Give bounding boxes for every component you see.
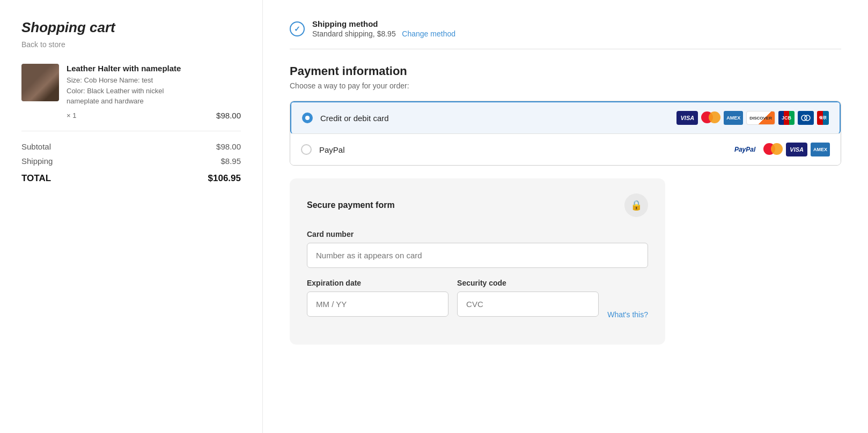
whats-this-link[interactable]: What's this? (607, 310, 648, 327)
payment-option-credit-debit[interactable]: Credit or debit card VISA AMEX DISCOVER (290, 101, 841, 134)
shipping-method-detail: Standard shipping, $8.95 Change method (312, 29, 455, 38)
payment-option-paypal[interactable]: PayPal PayPal VISA AMEX (290, 134, 841, 165)
expiry-label: Expiration date (307, 279, 448, 287)
back-to-store-link[interactable]: Back to store (21, 40, 241, 49)
shipping-method-bar: ✓ Shipping method Standard shipping, $8.… (290, 19, 841, 49)
payment-option-credit-label: Credit or debit card (320, 114, 676, 123)
radio-paypal (301, 144, 312, 155)
shipping-row: Shipping $8.95 (21, 156, 241, 166)
secure-payment-form: Secure payment form 🔒 Card number Expira… (290, 178, 665, 345)
totals: Subtotal $98.00 Shipping $8.95 TOTAL $10… (21, 142, 241, 184)
cart-title: Shopping cart (21, 19, 241, 36)
paypal-amex-logo: AMEX (811, 143, 830, 156)
payment-title: Payment information (290, 64, 841, 78)
discover-logo: DISCOVER (746, 111, 775, 125)
total-label: TOTAL (21, 173, 51, 184)
jcb-logo: JCB (778, 111, 795, 125)
product-price: $98.00 (216, 111, 241, 120)
cvc-input[interactable] (457, 292, 599, 317)
card-number-label: Card number (307, 230, 648, 238)
right-panel: ✓ Shipping method Standard shipping, $8.… (263, 0, 868, 433)
paypal-mc-logo (763, 143, 783, 156)
card-logos-paypal: PayPal VISA AMEX (732, 143, 830, 156)
amex-logo: AMEX (724, 111, 743, 125)
subtotal-row: Subtotal $98.00 (21, 142, 241, 151)
product-name: Leather Halter with nameplate (67, 64, 241, 73)
payment-section: Payment information Choose a way to pay … (290, 64, 841, 345)
expiry-input[interactable] (307, 292, 448, 317)
card-number-input[interactable] (307, 243, 648, 268)
total-value: $106.95 (208, 173, 241, 184)
shipping-info: Shipping method Standard shipping, $8.95… (312, 19, 455, 38)
product-qty-price: × 1 $98.00 (67, 111, 241, 120)
diners-logo (798, 111, 814, 125)
subtotal-label: Subtotal (21, 142, 51, 151)
product-desc-line3: nameplate and hardware (67, 96, 241, 107)
cvc-label: Security code (457, 279, 599, 287)
radio-inner-dot (305, 116, 310, 120)
product-image (21, 64, 59, 101)
grand-total-row: TOTAL $106.95 (21, 173, 241, 184)
form-row-expiry-cvc: Expiration date Security code What's thi… (307, 279, 648, 327)
paypal-text-logo: PayPal (732, 143, 758, 156)
product-description: Size: Cob Horse Name: test Color: Black … (67, 75, 241, 107)
shipping-check-circle: ✓ (290, 21, 305, 36)
paypal-visa-logo: VISA (786, 143, 807, 156)
payment-option-paypal-label: PayPal (319, 145, 732, 154)
expiry-group: Expiration date (307, 279, 448, 327)
unionpay-logo: 银联 (817, 111, 829, 125)
lock-icon: 🔒 (630, 199, 642, 211)
secure-form-header: Secure payment form 🔒 (307, 193, 648, 217)
radio-credit-debit (302, 113, 313, 123)
lock-icon-container: 🔒 (624, 193, 648, 217)
product-qty: × 1 (67, 111, 76, 120)
product-image-placeholder (21, 64, 59, 101)
product-desc-line2: Color: Black Leather with nickel (67, 86, 241, 96)
cvc-group: Security code (457, 279, 599, 327)
payment-options: Credit or debit card VISA AMEX DISCOVER (290, 101, 841, 166)
subtotal-value: $98.00 (216, 142, 241, 151)
product-row: Leather Halter with nameplate Size: Cob … (21, 64, 241, 131)
secure-form-title: Secure payment form (307, 200, 395, 210)
product-details: Leather Halter with nameplate Size: Cob … (67, 64, 241, 120)
card-logos-credit: VISA AMEX DISCOVER JCB (676, 111, 829, 125)
shipping-detail-text: Standard shipping, $8.95 (312, 29, 396, 38)
mastercard-logo (701, 111, 720, 124)
svg-point-0 (800, 113, 811, 123)
left-panel: Shopping cart Back to store Leather Halt… (0, 0, 263, 433)
shipping-method-label: Shipping method (312, 19, 455, 28)
shipping-value: $8.95 (220, 156, 241, 166)
change-method-link[interactable]: Change method (402, 29, 455, 38)
check-mark-icon: ✓ (294, 25, 300, 33)
shipping-label: Shipping (21, 156, 53, 166)
product-desc-line1: Size: Cob Horse Name: test (67, 75, 241, 86)
visa-logo: VISA (676, 111, 698, 125)
payment-subtitle: Choose a way to pay for your order: (290, 81, 841, 90)
